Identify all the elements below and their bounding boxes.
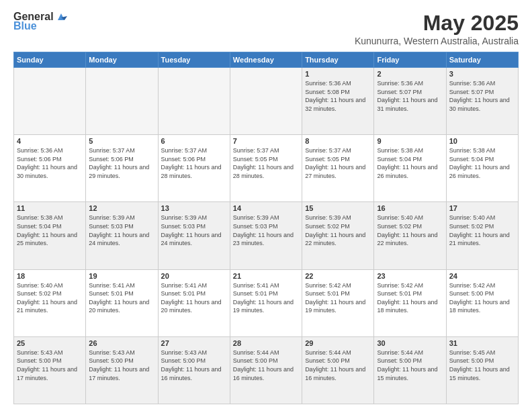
table-row: 23Sunrise: 5:42 AM Sunset: 5:01 PM Dayli… bbox=[374, 269, 446, 336]
col-thursday: Thursday bbox=[302, 52, 374, 68]
col-saturday: Saturday bbox=[446, 52, 518, 68]
day-info: Sunrise: 5:42 AM Sunset: 5:00 PM Dayligh… bbox=[449, 281, 515, 315]
col-tuesday: Tuesday bbox=[158, 52, 230, 68]
table-row bbox=[158, 68, 230, 135]
day-number: 5 bbox=[89, 137, 154, 145]
table-row: 1Sunrise: 5:36 AM Sunset: 5:08 PM Daylig… bbox=[302, 68, 374, 135]
day-number: 8 bbox=[305, 137, 371, 145]
table-row: 22Sunrise: 5:42 AM Sunset: 5:01 PM Dayli… bbox=[302, 269, 374, 336]
table-row bbox=[14, 68, 86, 135]
table-row: 10Sunrise: 5:38 AM Sunset: 5:04 PM Dayli… bbox=[446, 135, 518, 202]
day-info: Sunrise: 5:43 AM Sunset: 5:00 PM Dayligh… bbox=[89, 349, 154, 382]
location-title: Kununurra, Western Australia, Australia bbox=[355, 36, 519, 46]
day-number: 30 bbox=[377, 339, 443, 347]
day-info: Sunrise: 5:41 AM Sunset: 5:01 PM Dayligh… bbox=[233, 281, 299, 315]
day-number: 29 bbox=[305, 339, 371, 347]
day-info: Sunrise: 5:38 AM Sunset: 5:04 PM Dayligh… bbox=[377, 146, 443, 180]
table-row: 18Sunrise: 5:40 AM Sunset: 5:02 PM Dayli… bbox=[14, 269, 86, 336]
table-row: 19Sunrise: 5:41 AM Sunset: 5:01 PM Dayli… bbox=[86, 269, 158, 336]
calendar-header-row: Sunday Monday Tuesday Wednesday Thursday… bbox=[14, 52, 519, 68]
day-number: 1 bbox=[305, 70, 371, 78]
day-info: Sunrise: 5:44 AM Sunset: 5:00 PM Dayligh… bbox=[377, 349, 443, 382]
day-number: 15 bbox=[305, 204, 371, 212]
day-info: Sunrise: 5:37 AM Sunset: 5:06 PM Dayligh… bbox=[161, 146, 227, 180]
table-row: 7Sunrise: 5:37 AM Sunset: 5:05 PM Daylig… bbox=[230, 135, 302, 202]
day-info: Sunrise: 5:39 AM Sunset: 5:03 PM Dayligh… bbox=[233, 214, 299, 247]
day-info: Sunrise: 5:45 AM Sunset: 5:00 PM Dayligh… bbox=[449, 349, 515, 382]
day-info: Sunrise: 5:37 AM Sunset: 5:05 PM Dayligh… bbox=[305, 146, 371, 180]
calendar-week-row: 25Sunrise: 5:43 AM Sunset: 5:00 PM Dayli… bbox=[14, 336, 519, 404]
day-info: Sunrise: 5:44 AM Sunset: 5:00 PM Dayligh… bbox=[233, 349, 299, 382]
day-info: Sunrise: 5:40 AM Sunset: 5:02 PM Dayligh… bbox=[17, 281, 83, 315]
day-info: Sunrise: 5:38 AM Sunset: 5:04 PM Dayligh… bbox=[17, 214, 83, 247]
calendar-table: Sunday Monday Tuesday Wednesday Thursday… bbox=[13, 52, 519, 404]
table-row: 26Sunrise: 5:43 AM Sunset: 5:00 PM Dayli… bbox=[86, 336, 158, 404]
day-info: Sunrise: 5:41 AM Sunset: 5:01 PM Dayligh… bbox=[161, 281, 227, 315]
table-row: 29Sunrise: 5:44 AM Sunset: 5:00 PM Dayli… bbox=[302, 336, 374, 404]
calendar-week-row: 4Sunrise: 5:36 AM Sunset: 5:06 PM Daylig… bbox=[14, 135, 519, 202]
table-row: 13Sunrise: 5:39 AM Sunset: 5:03 PM Dayli… bbox=[158, 202, 230, 269]
day-number: 12 bbox=[89, 204, 154, 212]
day-info: Sunrise: 5:42 AM Sunset: 5:01 PM Dayligh… bbox=[377, 281, 443, 315]
day-info: Sunrise: 5:40 AM Sunset: 5:02 PM Dayligh… bbox=[377, 214, 443, 247]
day-number: 28 bbox=[233, 339, 299, 347]
day-number: 19 bbox=[89, 272, 154, 280]
table-row: 4Sunrise: 5:36 AM Sunset: 5:06 PM Daylig… bbox=[14, 135, 86, 202]
table-row: 2Sunrise: 5:36 AM Sunset: 5:07 PM Daylig… bbox=[374, 68, 446, 135]
table-row: 17Sunrise: 5:40 AM Sunset: 5:02 PM Dayli… bbox=[446, 202, 518, 269]
day-number: 20 bbox=[161, 272, 227, 280]
table-row: 25Sunrise: 5:43 AM Sunset: 5:00 PM Dayli… bbox=[14, 336, 86, 404]
title-block: May 2025 Kununurra, Western Australia, A… bbox=[355, 11, 519, 46]
table-row: 21Sunrise: 5:41 AM Sunset: 5:01 PM Dayli… bbox=[230, 269, 302, 336]
table-row: 16Sunrise: 5:40 AM Sunset: 5:02 PM Dayli… bbox=[374, 202, 446, 269]
day-info: Sunrise: 5:41 AM Sunset: 5:01 PM Dayligh… bbox=[89, 281, 154, 315]
logo-blue: Blue bbox=[13, 20, 37, 32]
day-number: 3 bbox=[449, 70, 515, 78]
day-info: Sunrise: 5:39 AM Sunset: 5:02 PM Dayligh… bbox=[305, 214, 371, 247]
table-row: 8Sunrise: 5:37 AM Sunset: 5:05 PM Daylig… bbox=[302, 135, 374, 202]
day-info: Sunrise: 5:43 AM Sunset: 5:00 PM Dayligh… bbox=[17, 349, 83, 382]
table-row: 28Sunrise: 5:44 AM Sunset: 5:00 PM Dayli… bbox=[230, 336, 302, 404]
day-number: 23 bbox=[377, 272, 443, 280]
day-number: 4 bbox=[17, 137, 83, 145]
col-sunday: Sunday bbox=[14, 52, 86, 68]
day-number: 16 bbox=[377, 204, 443, 212]
table-row: 5Sunrise: 5:37 AM Sunset: 5:06 PM Daylig… bbox=[86, 135, 158, 202]
table-row: 31Sunrise: 5:45 AM Sunset: 5:00 PM Dayli… bbox=[446, 336, 518, 404]
day-number: 13 bbox=[161, 204, 227, 212]
day-number: 2 bbox=[377, 70, 443, 78]
table-row: 27Sunrise: 5:43 AM Sunset: 5:00 PM Dayli… bbox=[158, 336, 230, 404]
calendar-week-row: 1Sunrise: 5:36 AM Sunset: 5:08 PM Daylig… bbox=[14, 68, 519, 135]
table-row: 6Sunrise: 5:37 AM Sunset: 5:06 PM Daylig… bbox=[158, 135, 230, 202]
day-info: Sunrise: 5:44 AM Sunset: 5:00 PM Dayligh… bbox=[305, 349, 371, 382]
day-info: Sunrise: 5:38 AM Sunset: 5:04 PM Dayligh… bbox=[449, 146, 515, 180]
calendar-week-row: 18Sunrise: 5:40 AM Sunset: 5:02 PM Dayli… bbox=[14, 269, 519, 336]
day-info: Sunrise: 5:43 AM Sunset: 5:00 PM Dayligh… bbox=[161, 349, 227, 382]
day-info: Sunrise: 5:36 AM Sunset: 5:06 PM Dayligh… bbox=[17, 146, 83, 180]
table-row: 15Sunrise: 5:39 AM Sunset: 5:02 PM Dayli… bbox=[302, 202, 374, 269]
col-wednesday: Wednesday bbox=[230, 52, 302, 68]
table-row: 20Sunrise: 5:41 AM Sunset: 5:01 PM Dayli… bbox=[158, 269, 230, 336]
day-number: 11 bbox=[17, 204, 83, 212]
day-number: 9 bbox=[377, 137, 443, 145]
table-row: 11Sunrise: 5:38 AM Sunset: 5:04 PM Dayli… bbox=[14, 202, 86, 269]
day-info: Sunrise: 5:37 AM Sunset: 5:05 PM Dayligh… bbox=[233, 146, 299, 180]
day-number: 6 bbox=[161, 137, 227, 145]
col-monday: Monday bbox=[86, 52, 158, 68]
day-info: Sunrise: 5:42 AM Sunset: 5:01 PM Dayligh… bbox=[305, 281, 371, 315]
logo-icon bbox=[55, 11, 67, 23]
day-number: 27 bbox=[161, 339, 227, 347]
day-info: Sunrise: 5:36 AM Sunset: 5:07 PM Dayligh… bbox=[377, 79, 443, 113]
table-row: 12Sunrise: 5:39 AM Sunset: 5:03 PM Dayli… bbox=[86, 202, 158, 269]
month-title: May 2025 bbox=[355, 11, 519, 36]
day-number: 14 bbox=[233, 204, 299, 212]
col-friday: Friday bbox=[374, 52, 446, 68]
page: General Blue May 2025 Kununurra, Western… bbox=[0, 0, 532, 411]
day-number: 24 bbox=[449, 272, 515, 280]
table-row: 30Sunrise: 5:44 AM Sunset: 5:00 PM Dayli… bbox=[374, 336, 446, 404]
table-row bbox=[230, 68, 302, 135]
day-info: Sunrise: 5:40 AM Sunset: 5:02 PM Dayligh… bbox=[449, 214, 515, 247]
calendar-week-row: 11Sunrise: 5:38 AM Sunset: 5:04 PM Dayli… bbox=[14, 202, 519, 269]
table-row: 3Sunrise: 5:36 AM Sunset: 5:07 PM Daylig… bbox=[446, 68, 518, 135]
day-info: Sunrise: 5:37 AM Sunset: 5:06 PM Dayligh… bbox=[89, 146, 154, 180]
